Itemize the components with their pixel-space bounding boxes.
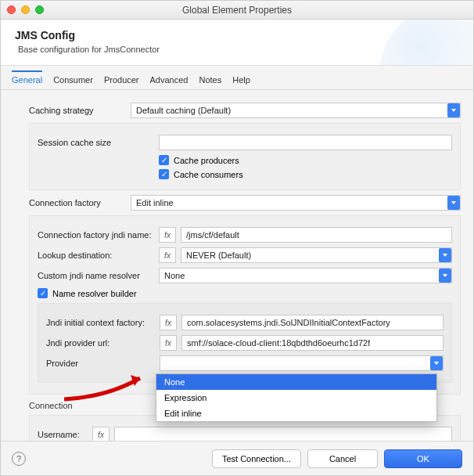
caching-strategy-select[interactable]: Default caching (Default)	[131, 103, 461, 118]
provider-url-input[interactable]: smf://solace-cloud-client:18qbdthd6oeurh…	[181, 335, 443, 351]
tab-bar: General Consumer Producer Advanced Notes…	[1, 66, 473, 90]
initial-context-label: Jndi initial context factory:	[46, 318, 160, 327]
caching-strategy-label: Caching strategy	[29, 106, 131, 115]
dropdown-option-expression[interactable]: Expression	[156, 390, 436, 406]
fx-button[interactable]: fx	[160, 335, 177, 351]
fx-button[interactable]: fx	[159, 227, 176, 243]
fx-button[interactable]: fx	[160, 315, 177, 330]
footer: ? Test Connection... Cancel OK	[1, 441, 473, 475]
cancel-button[interactable]: Cancel	[307, 449, 378, 468]
help-icon[interactable]: ?	[12, 452, 26, 466]
jndi-name-label: Connection factory jndi name:	[38, 230, 159, 240]
jndi-resolver-select[interactable]: None	[159, 268, 452, 283]
test-connection-button[interactable]: Test Connection...	[212, 449, 301, 468]
tab-consumer[interactable]: Consumer	[53, 72, 93, 89]
tab-notes[interactable]: Notes	[199, 72, 221, 89]
tab-general[interactable]: General	[12, 70, 42, 89]
annotation-arrow-icon	[60, 364, 154, 403]
titlebar: Global Element Properties	[1, 1, 473, 20]
jndi-resolver-label: Custom jndi name resolver	[38, 271, 159, 280]
tab-producer[interactable]: Producer	[104, 72, 139, 89]
connection-factory-label: Connection factory	[29, 198, 131, 207]
provider-url-label: Jndi provider url:	[46, 338, 160, 348]
cache-producers-checkbox[interactable]	[159, 155, 169, 165]
fx-button[interactable]: fx	[92, 427, 110, 441]
cache-consumers-label: Cache consumers	[174, 170, 243, 179]
lookup-destination-label: Lookup destination:	[38, 251, 159, 260]
lookup-destination-select[interactable]: NEVER (Default)	[181, 247, 452, 263]
connection-factory-select[interactable]: Edit inline	[131, 195, 461, 211]
initial-context-input[interactable]: com.solacesystems.jndi.SolJNDIInitialCon…	[181, 315, 443, 330]
header: JMS Config Base configuration for JmsCon…	[1, 20, 473, 66]
fx-button[interactable]: fx	[159, 247, 176, 263]
ok-button[interactable]: OK	[384, 449, 462, 468]
window-title: Global Element Properties	[1, 5, 473, 16]
name-resolver-builder-label: Name resolver builder	[52, 289, 137, 298]
session-cache-label: Session cache size	[38, 138, 159, 147]
dialog-window: Global Element Properties JMS Config Bas…	[0, 0, 474, 476]
username-input[interactable]	[114, 427, 452, 441]
tab-content: Caching strategy Default caching (Defaul…	[1, 90, 473, 441]
provider-properties-dropdown[interactable]: None Expression Edit inline	[156, 373, 437, 422]
username-label: Username:	[38, 430, 92, 439]
dropdown-option-none[interactable]: None	[156, 374, 436, 390]
jndi-name-input[interactable]: /jms/cf/default	[181, 227, 452, 243]
session-cache-input[interactable]	[159, 135, 452, 150]
tab-help[interactable]: Help	[232, 72, 250, 89]
cache-consumers-checkbox[interactable]	[159, 169, 169, 179]
provider-properties-select[interactable]	[160, 355, 443, 371]
tab-advanced[interactable]: Advanced	[150, 72, 189, 89]
config-subtitle: Base configuration for JmsConnector	[15, 45, 459, 54]
config-title: JMS Config	[15, 29, 459, 41]
dropdown-option-edit-inline[interactable]: Edit inline	[156, 406, 436, 421]
caching-panel: Session cache size Cache producers Cache…	[29, 123, 461, 190]
cache-producers-label: Cache producers	[174, 156, 239, 165]
name-resolver-builder-checkbox[interactable]	[38, 288, 48, 298]
